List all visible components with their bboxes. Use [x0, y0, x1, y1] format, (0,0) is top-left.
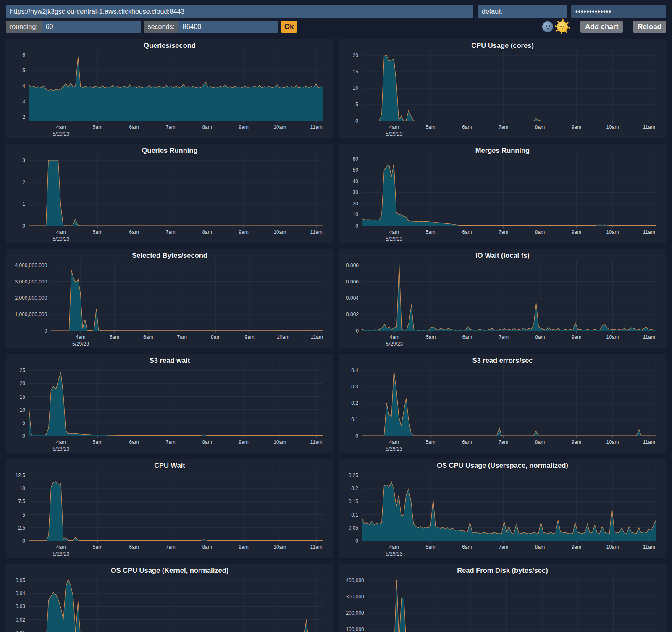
x-tick-label: 5am — [425, 229, 435, 235]
chart-plot[interactable]: 01234am5/29/235am6am7am8am9am10am11am — [6, 144, 333, 243]
rounding-input[interactable] — [42, 21, 141, 33]
y-tick-label: 10 — [353, 85, 359, 91]
rounding-field: rounding: — [6, 21, 141, 33]
chart-card: Read From Disk (bytes/sec) 0100,000200,0… — [339, 564, 666, 632]
chart-plot[interactable]: 05101520254am5/29/235am6am7am8am9am10am1… — [6, 354, 333, 453]
x-tick-label: 10am — [606, 439, 619, 445]
series-area — [29, 579, 323, 632]
chart-plot[interactable]: 051015204am5/29/235am6am7am8am9am10am11a… — [339, 39, 666, 138]
x-date-label: 5/29/23 — [386, 341, 403, 347]
y-tick-label: 0 — [356, 328, 359, 334]
chart-plot[interactable]: 02.557.51012.54am5/29/235am6am7am8am9am1… — [6, 459, 333, 558]
series-area — [29, 482, 323, 541]
chart-plot[interactable]: 01,000,000,0002,000,000,0003,000,000,000… — [6, 249, 333, 348]
y-tick-label: 0.4 — [351, 367, 358, 373]
y-tick-label: 0.1 — [351, 417, 358, 422]
rounding-label: rounding: — [6, 21, 42, 33]
series-area — [29, 57, 323, 121]
chart-plot[interactable]: 00.10.20.30.44am5/29/235am6am7am8am9am10… — [339, 354, 666, 453]
y-tick-label: 1,000,000,000 — [15, 312, 47, 317]
light-theme-sun-icon[interactable] — [557, 21, 568, 32]
chart-card: Merges Running 01020304050604am5/29/235a… — [339, 144, 666, 243]
series-line — [362, 263, 656, 330]
y-tick-label: 0.1 — [351, 512, 358, 518]
y-tick-label: 0.15 — [349, 498, 359, 504]
chart-plot[interactable]: 234564am5/29/235am6am7am8am9am10am11am — [6, 39, 333, 138]
x-tick-label: 5am — [425, 124, 435, 130]
x-tick-label: 8am — [202, 229, 212, 235]
x-tick-label: 4am — [389, 124, 399, 130]
x-tick-label: 4am — [390, 334, 399, 340]
dark-theme-moon-icon[interactable] — [542, 21, 553, 32]
chart-plot[interactable]: 00.0020.0040.0060.0084am5/29/235am6am7am… — [339, 249, 666, 348]
y-tick-label: 0 — [22, 538, 25, 544]
y-tick-label: 30 — [353, 189, 359, 195]
chart-title: S3 read errors/sec — [339, 357, 666, 365]
x-tick-label: 9am — [572, 439, 581, 445]
x-tick-label: 4am — [389, 544, 399, 550]
y-tick-label: 12.5 — [16, 472, 26, 478]
seconds-input[interactable] — [178, 21, 278, 33]
x-tick-label: 10am — [273, 544, 286, 550]
y-tick-label: 25 — [20, 367, 26, 373]
y-tick-label: 10 — [353, 212, 359, 218]
x-tick-label: 11am — [643, 544, 655, 550]
x-tick-label: 11am — [643, 439, 655, 445]
topbar: rounding: seconds: Ok Add chart Reload — [0, 0, 672, 33]
seconds-field: seconds: — [144, 21, 278, 33]
y-tick-label: 0.2 — [351, 485, 358, 491]
y-tick-label: 0 — [22, 223, 25, 229]
x-date-label: 5/29/23 — [386, 446, 402, 452]
series-area — [29, 160, 323, 226]
y-tick-label: 3,000,000,000 — [15, 279, 47, 285]
series-line — [51, 270, 323, 331]
x-tick-label: 4am — [56, 229, 66, 235]
add-chart-button[interactable]: Add chart — [580, 21, 623, 33]
y-tick-label: 0.25 — [349, 472, 359, 478]
x-tick-label: 11am — [310, 124, 323, 130]
y-tick-label: 0.004 — [346, 295, 359, 301]
x-tick-label: 8am — [535, 334, 545, 340]
x-date-label: 5/29/23 — [386, 236, 402, 242]
x-tick-label: 7am — [499, 124, 508, 130]
series-line — [29, 482, 323, 541]
x-tick-label: 7am — [166, 544, 176, 550]
chart-plot[interactable]: 00.050.10.150.20.254am5/29/235am6am7am8a… — [339, 459, 666, 558]
y-tick-label: 0.002 — [346, 312, 359, 317]
user-input[interactable] — [478, 5, 567, 18]
y-tick-label: 0 — [45, 328, 47, 334]
x-tick-label: 6am — [462, 229, 472, 235]
y-tick-label: 20 — [353, 52, 359, 58]
x-tick-label: 7am — [499, 229, 508, 235]
x-tick-label: 9am — [239, 124, 248, 130]
y-tick-label: 0 — [22, 433, 25, 439]
x-tick-label: 9am — [245, 334, 255, 340]
y-tick-label: 10 — [20, 407, 26, 413]
y-tick-label: 2 — [22, 179, 25, 185]
charts-grid: Queries/second 234564am5/29/235am6am7am8… — [0, 33, 672, 632]
x-date-label: 5/29/23 — [72, 341, 89, 347]
x-tick-label: 8am — [202, 544, 212, 550]
password-input[interactable] — [571, 5, 666, 18]
y-tick-label: 0 — [355, 433, 358, 439]
x-tick-label: 5am — [426, 334, 436, 340]
y-tick-label: 2.5 — [18, 525, 25, 531]
x-tick-label: 10am — [606, 334, 619, 340]
chart-title: CPU Wait — [6, 462, 333, 469]
x-tick-label: 11am — [310, 229, 323, 235]
x-tick-label: 6am — [462, 334, 472, 340]
y-tick-label: 20 — [20, 380, 26, 386]
x-tick-label: 4am — [56, 544, 66, 550]
x-tick-label: 8am — [202, 439, 212, 445]
y-tick-label: 3 — [22, 99, 25, 105]
reload-button[interactable]: Reload — [633, 21, 666, 33]
chart-card: IO Wait (local fs) 00.0020.0040.0060.008… — [339, 249, 666, 348]
x-tick-label: 6am — [129, 439, 139, 445]
series-line — [362, 163, 656, 225]
ok-button[interactable]: Ok — [281, 21, 297, 33]
url-input[interactable] — [6, 5, 473, 18]
chart-plot[interactable]: 01020304050604am5/29/235am6am7am8am9am10… — [339, 144, 666, 243]
x-tick-label: 6am — [129, 229, 139, 235]
x-tick-label: 4am — [389, 229, 399, 235]
x-tick-label: 11am — [643, 229, 655, 235]
